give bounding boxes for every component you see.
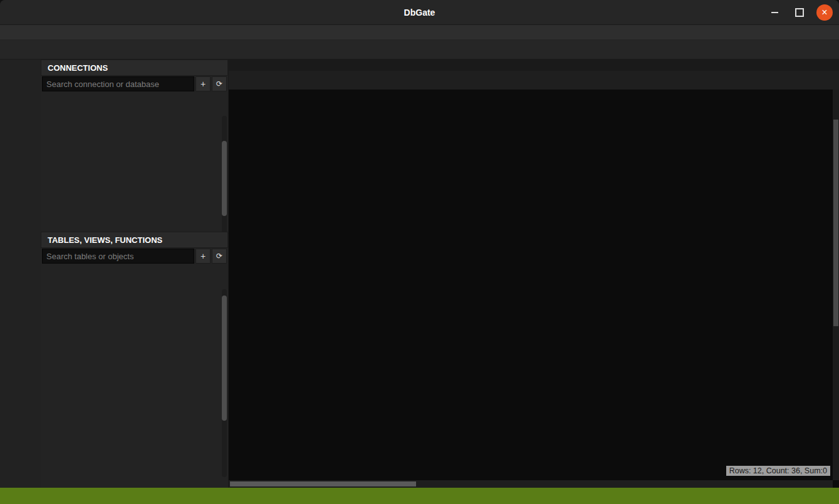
minimize-button[interactable] bbox=[766, 4, 783, 21]
file-tab-strip bbox=[229, 71, 839, 90]
connections-panel-header: CONNECTIONS bbox=[41, 59, 228, 76]
app-window: DbGate × CONNECTIONS + ⟳ TABLES, VIEWS, … bbox=[0, 0, 839, 504]
tables-list bbox=[41, 264, 228, 488]
refresh-connections-button[interactable]: ⟳ bbox=[212, 76, 227, 91]
toolbar bbox=[0, 40, 839, 59]
selection-summary: Rows: 12, Count: 36, Sum:0 bbox=[726, 466, 830, 476]
grid-horizontal-scrollbar[interactable] bbox=[229, 480, 833, 488]
database-tab-strip bbox=[229, 59, 839, 71]
connections-scrollbar[interactable] bbox=[222, 116, 227, 232]
data-grid: Rows: 12, Count: 36, Sum:0 bbox=[229, 90, 839, 488]
tables-panel-header: TABLES, VIEWS, FUNCTIONS bbox=[41, 232, 228, 248]
left-icon-rail bbox=[0, 59, 41, 488]
connection-search-input[interactable] bbox=[42, 76, 194, 91]
connections-list bbox=[41, 92, 228, 232]
title-bar: DbGate × bbox=[0, 0, 839, 25]
tables-search-input[interactable] bbox=[42, 249, 194, 264]
maximize-button[interactable] bbox=[791, 4, 808, 21]
status-bar bbox=[0, 488, 839, 504]
add-connection-button[interactable]: + bbox=[195, 76, 211, 91]
menu-bar bbox=[0, 25, 839, 40]
add-table-button[interactable]: + bbox=[195, 249, 211, 264]
grid-vertical-scrollbar[interactable] bbox=[833, 90, 839, 480]
window-title: DbGate bbox=[404, 8, 435, 18]
sidebar: CONNECTIONS + ⟳ TABLES, VIEWS, FUNCTIONS… bbox=[41, 59, 229, 488]
refresh-tables-button[interactable]: ⟳ bbox=[212, 249, 227, 264]
close-button[interactable]: × bbox=[816, 4, 833, 21]
tables-scrollbar[interactable] bbox=[222, 289, 227, 477]
